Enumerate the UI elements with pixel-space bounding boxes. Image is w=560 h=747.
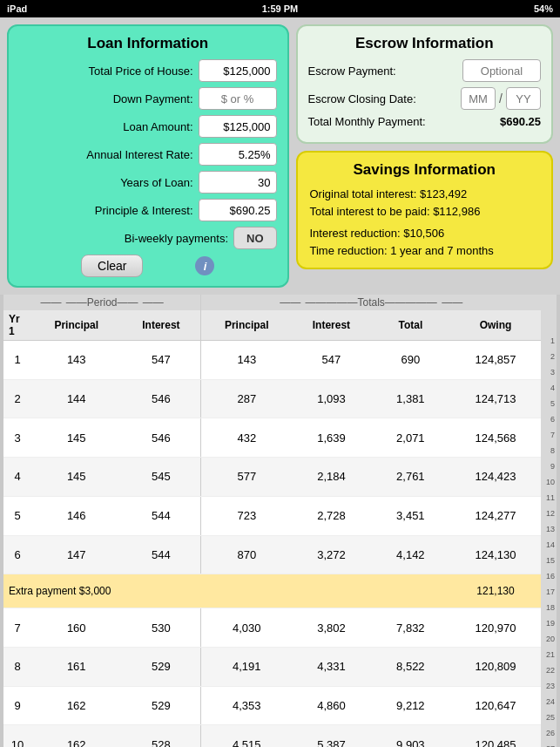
- owing-cell: 124,857: [450, 341, 541, 380]
- total-principal-cell: 577: [201, 458, 292, 497]
- owing-cell: 120,970: [450, 608, 541, 648]
- total-interest-cell: 4,860: [292, 686, 371, 725]
- down-payment-label: Down Payment:: [19, 92, 199, 105]
- line-number: 26: [541, 725, 555, 741]
- escrow-date-label: Escrow Closing Date:: [308, 92, 416, 105]
- interest-cell: 529: [121, 686, 200, 725]
- escrow-date-row: Escrow Closing Date: /: [308, 87, 542, 110]
- total-interest-cell: 3,272: [292, 535, 371, 574]
- down-payment-input[interactable]: [199, 87, 277, 110]
- total-principal-cell: 723: [201, 496, 292, 535]
- extra-payment-label: Extra payment $3,000: [3, 574, 450, 608]
- escrow-payment-input[interactable]: [462, 59, 541, 82]
- biweekly-button[interactable]: NO: [233, 227, 277, 249]
- line-number: 6: [541, 411, 555, 427]
- line-number: 1: [541, 333, 555, 349]
- table-row: 9 162 529 4,353 4,860 9,212 120,647: [3, 686, 541, 725]
- table-row: 5 146 544 723 2,728 3,451 124,277: [3, 496, 541, 535]
- total-interest-cell: 1,093: [292, 379, 371, 418]
- yr-cell: 3: [3, 418, 31, 458]
- line-number: 20: [541, 631, 555, 647]
- col-yr: Yr 1: [3, 310, 31, 341]
- info-icon[interactable]: i: [195, 256, 214, 275]
- line-number: 8: [541, 443, 555, 458]
- interest-rate-label: Annual Interest Rate:: [19, 148, 199, 161]
- total-cell: 690: [371, 341, 450, 380]
- line-number: 5: [541, 396, 555, 411]
- line-number: 23: [541, 678, 555, 694]
- period-header: ——Period——: [3, 295, 201, 310]
- table-row: 1 143 547 143 547 690 124,857: [3, 341, 541, 380]
- savings-panel-title: Savings Information: [310, 161, 540, 179]
- extra-payment-row: Extra payment $3,000121,130: [3, 574, 541, 608]
- interest-rate-input[interactable]: [199, 143, 277, 166]
- owing-cell: 124,130: [450, 535, 541, 574]
- principal-interest-input[interactable]: [199, 199, 277, 221]
- savings-line-3: Interest reduction: $10,506: [310, 225, 540, 242]
- savings-line-1: Original total interest: $123,492: [310, 186, 540, 203]
- table-row: 7 160 530 4,030 3,802 7,832 120,970: [3, 608, 541, 648]
- interest-cell: 546: [121, 379, 200, 418]
- col-total-principal: Principal: [201, 310, 292, 341]
- table-row: 3 145 546 432 1,639 2,071 124,568: [3, 418, 541, 458]
- table-row: 6 147 544 870 3,272 4,142 124,130: [3, 535, 541, 574]
- loan-panel-title: Loan Information: [19, 35, 277, 52]
- table-body: 1 143 547 143 547 690 124,857 2 144 546 …: [3, 341, 541, 748]
- col-headers-row: Yr 1 Principal Interest Principal Intere…: [3, 310, 541, 341]
- interest-cell: 546: [121, 418, 200, 458]
- col-principal: Principal: [31, 310, 121, 341]
- savings-line-4: Time reduction: 1 year and 7 months: [310, 242, 540, 260]
- owing-cell: 120,647: [450, 686, 541, 725]
- loan-amount-input[interactable]: [199, 115, 277, 138]
- years-input[interactable]: [199, 171, 277, 194]
- table-row: 2 144 546 287 1,093 1,381 124,713: [3, 379, 541, 418]
- total-principal-cell: 870: [201, 535, 292, 574]
- clear-button[interactable]: Clear: [81, 255, 143, 277]
- line-number: 17: [541, 584, 555, 600]
- interest-cell: 529: [121, 648, 200, 687]
- total-cell: 7,832: [371, 608, 450, 648]
- line-number: 12: [541, 506, 555, 521]
- total-cell: 3,451: [371, 496, 450, 535]
- total-cell: 2,071: [371, 418, 450, 458]
- total-monthly-label: Total Monthly Payment:: [308, 115, 426, 128]
- table-container: ——Period—— —————Totals————— Yr 1 Princip…: [3, 295, 557, 747]
- battery: 54%: [534, 3, 553, 14]
- extra-owing: 121,130: [450, 574, 541, 608]
- owing-cell: 124,423: [450, 458, 541, 497]
- line-number: 14: [541, 537, 555, 553]
- years-row: Years of Loan:: [19, 171, 277, 194]
- amortization-table: ——Period—— —————Totals————— Yr 1 Princip…: [3, 295, 541, 747]
- principal-interest-row: Principle & Interest:: [19, 199, 277, 221]
- interest-cell: 544: [121, 496, 200, 535]
- total-principal-cell: 4,353: [201, 686, 292, 725]
- yr-cell: 1: [3, 341, 31, 380]
- escrow-date-inputs: /: [461, 87, 541, 110]
- escrow-mm-input[interactable]: [461, 87, 496, 110]
- line-number: 16: [541, 568, 555, 584]
- line-number: 25: [541, 710, 555, 725]
- right-panels: Escrow Information Escrow Payment: Escro…: [296, 24, 554, 288]
- down-payment-row: Down Payment:: [19, 87, 277, 110]
- table-row: 10 162 528 4,515 5,387 9,903 120,485: [3, 725, 541, 747]
- owing-cell: 120,809: [450, 648, 541, 687]
- total-principal-cell: 432: [201, 418, 292, 458]
- top-panels: Loan Information Total Price of House: D…: [0, 17, 560, 295]
- line-number: 11: [541, 490, 555, 506]
- principal-cell: 147: [31, 535, 121, 574]
- escrow-yy-input[interactable]: [506, 87, 541, 110]
- owing-cell: 124,277: [450, 496, 541, 535]
- biweekly-row: Bi-weekly payments: NO: [19, 227, 277, 249]
- loan-amount-label: Loan Amount:: [19, 120, 199, 133]
- line-number: 4: [541, 380, 555, 396]
- total-interest-cell: 5,387: [292, 725, 371, 747]
- loan-panel: Loan Information Total Price of House: D…: [7, 24, 289, 288]
- principal-cell: 145: [31, 458, 121, 497]
- total-interest-cell: 2,184: [292, 458, 371, 497]
- total-principal-cell: 4,191: [201, 648, 292, 687]
- biweekly-label: Bi-weekly payments:: [19, 232, 233, 245]
- line-numbers: 1234567891011121314151617181920212223242…: [541, 295, 557, 747]
- col-interest: Interest: [121, 310, 200, 341]
- total-price-input[interactable]: [199, 59, 277, 82]
- yr-cell: 4: [3, 458, 31, 497]
